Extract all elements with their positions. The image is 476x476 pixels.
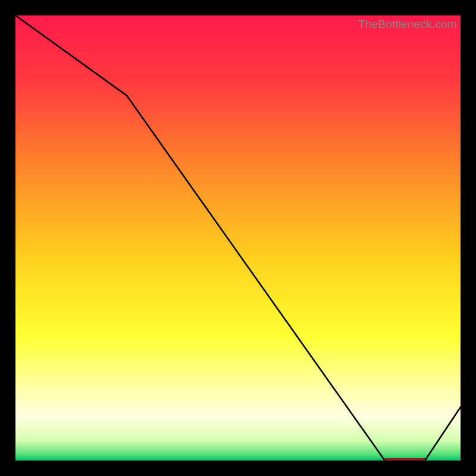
watermark-text: TheBottleneck.com	[358, 18, 457, 31]
gradient-background	[15, 15, 461, 461]
chart-frame: TheBottleneck.com	[15, 15, 461, 461]
chart-svg	[15, 15, 461, 461]
